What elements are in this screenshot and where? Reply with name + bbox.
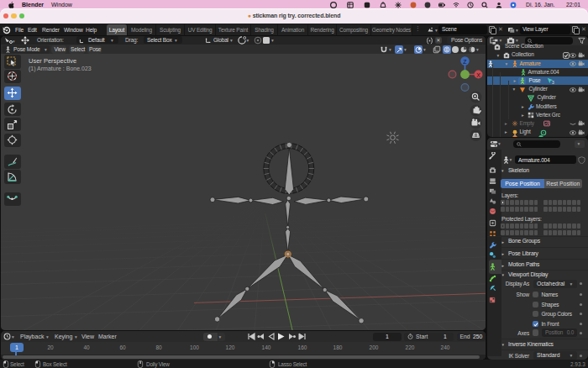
svg-text:▾: ▾ [13, 39, 15, 44]
svg-text:X: X [476, 71, 480, 77]
svg-text:Z: Z [463, 58, 467, 64]
